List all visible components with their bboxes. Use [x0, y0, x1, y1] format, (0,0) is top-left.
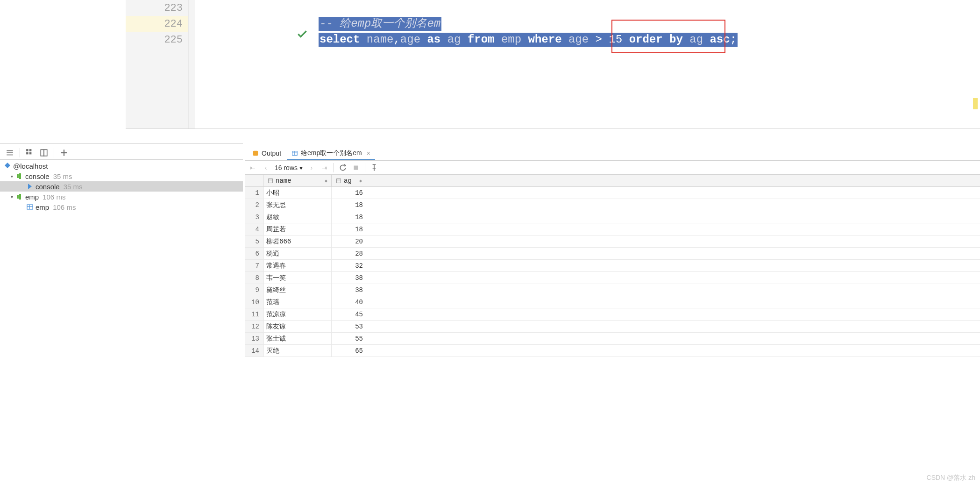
row-number: 5	[245, 235, 263, 247]
cell-name[interactable]: 赵敏	[263, 211, 332, 223]
cell-name[interactable]: 小昭	[263, 187, 332, 199]
table-row[interactable]: 9黛绮丝38	[245, 284, 980, 296]
table-row[interactable]: 1小昭16	[245, 187, 980, 199]
column-header-name[interactable]: name ◆	[263, 175, 332, 186]
rows-count[interactable]: 16 rows ▾	[275, 164, 303, 171]
tab-output[interactable]: Output	[248, 147, 286, 160]
next-page-icon[interactable]: ›	[307, 164, 316, 172]
cell-ag[interactable]: 40	[332, 296, 366, 308]
tree-node-console[interactable]: console 35 ms	[0, 181, 243, 192]
table-icon	[26, 203, 34, 211]
cell-ag[interactable]: 16	[332, 187, 366, 199]
table-row[interactable]: 10范瑶40	[245, 296, 980, 308]
code-line: select name,age as ag from emp where age…	[319, 32, 980, 48]
cell-ag[interactable]: 18	[332, 199, 366, 211]
tree-label: console	[36, 183, 60, 191]
tree-node-emp[interactable]: emp 106 ms	[0, 202, 243, 212]
row-number: 9	[245, 284, 263, 296]
pin-icon[interactable]	[370, 164, 378, 172]
sort-icon[interactable]: ◆	[325, 178, 327, 184]
cell-ag[interactable]: 38	[332, 272, 366, 284]
layout-icon[interactable]	[26, 149, 34, 157]
last-page-icon[interactable]: ⇥	[320, 164, 329, 172]
column-icon	[267, 178, 274, 184]
table-row[interactable]: 7常遇春32	[245, 260, 980, 272]
table-row[interactable]: 11范凉凉45	[245, 308, 980, 321]
prev-page-icon[interactable]: ‹	[262, 164, 270, 172]
table-row[interactable]: 13张士诚55	[245, 333, 980, 345]
services-header	[0, 135, 243, 144]
stop-icon[interactable]	[352, 164, 360, 172]
result-grid[interactable]: name ◆ ag ◆ 1小昭162张无忌183赵敏184周芷若185柳岩666…	[245, 175, 980, 357]
column-icon	[335, 178, 342, 184]
chevron-down-icon[interactable]: ▾	[9, 174, 14, 178]
row-number: 2	[245, 199, 263, 211]
filter-icon[interactable]	[40, 149, 48, 157]
gutter: 223 224 225	[126, 0, 189, 128]
cell-name[interactable]: 周芷若	[263, 223, 332, 235]
cell-name[interactable]: 韦一笑	[263, 272, 332, 284]
separator	[334, 163, 334, 172]
marker-stripe	[973, 98, 978, 109]
tree-label: console	[25, 172, 50, 180]
code-line: -- 给emp取一个别名em	[319, 16, 980, 32]
table-row[interactable]: 8韦一笑38	[245, 272, 980, 284]
cell-ag[interactable]: 18	[332, 223, 366, 235]
tree-node-console-group[interactable]: ▾ console 35 ms	[0, 171, 243, 181]
row-number: 10	[245, 296, 263, 308]
code-line	[319, 0, 980, 16]
svg-rect-3	[26, 149, 28, 151]
result-tabs: Output 给emp取一个别名em ×	[245, 146, 980, 161]
cell-ag[interactable]: 38	[332, 284, 366, 296]
svg-rect-22	[354, 165, 358, 170]
add-icon[interactable]	[60, 149, 68, 157]
cell-ag[interactable]: 32	[332, 260, 366, 271]
cell-ag[interactable]: 28	[332, 248, 366, 259]
tab-query-result[interactable]: 给emp取一个别名em ×	[287, 147, 375, 160]
result-toolbar: ⇤ ‹ 16 rows ▾ › ⇥	[245, 161, 980, 175]
cell-name[interactable]: 范凉凉	[263, 308, 332, 320]
chevron-down-icon[interactable]: ▾	[9, 194, 14, 199]
tree-node-emp-group[interactable]: ▾ emp 106 ms	[0, 192, 243, 202]
table-row[interactable]: 6杨逍28	[245, 248, 980, 260]
table-row[interactable]: 4周芷若18	[245, 223, 980, 235]
table-icon	[291, 150, 298, 157]
cell-ag[interactable]: 53	[332, 321, 366, 332]
cell-name[interactable]: 张无忌	[263, 199, 332, 211]
sort-icon[interactable]: ◆	[359, 178, 362, 184]
row-number: 12	[245, 321, 263, 332]
table-row[interactable]: 12陈友谅53	[245, 321, 980, 333]
cell-name[interactable]: 柳岩666	[263, 235, 332, 247]
cell-name[interactable]: 常遇春	[263, 260, 332, 271]
close-icon[interactable]: ×	[367, 150, 370, 157]
cell-name[interactable]: 黛绮丝	[263, 284, 332, 296]
cell-ag[interactable]: 20	[332, 235, 366, 247]
gutter-icons	[189, 0, 195, 128]
reload-icon[interactable]	[339, 164, 347, 172]
row-number: 13	[245, 333, 263, 344]
cell-ag[interactable]: 45	[332, 308, 366, 320]
table-row[interactable]: 14灭绝65	[245, 345, 980, 357]
svg-rect-8	[44, 150, 47, 156]
expand-all-icon[interactable]	[6, 149, 14, 157]
cell-name[interactable]: 范瑶	[263, 296, 332, 308]
tree-node-datasource[interactable]: @localhost	[0, 161, 243, 171]
svg-rect-12	[19, 173, 21, 179]
table-row[interactable]: 5柳岩66620	[245, 235, 980, 248]
row-number: 14	[245, 345, 263, 357]
cell-name[interactable]: 灭绝	[263, 345, 332, 357]
cell-ag[interactable]: 65	[332, 345, 366, 357]
cell-ag[interactable]: 18	[332, 211, 366, 223]
cell-name[interactable]: 陈友谅	[263, 321, 332, 332]
tab-label: Output	[262, 150, 281, 157]
cell-name[interactable]: 张士诚	[263, 333, 332, 344]
cell-name[interactable]: 杨逍	[263, 248, 332, 259]
code-editor[interactable]: 223 224 225 -- 给emp取一个别名em select name,a…	[126, 0, 980, 129]
code-area[interactable]: -- 给emp取一个别名em select name,age as ag fro…	[319, 0, 980, 128]
services-tree[interactable]: @localhost ▾ console 35 ms console 35 ms…	[0, 161, 243, 485]
first-page-icon[interactable]: ⇤	[249, 164, 257, 172]
table-row[interactable]: 3赵敏18	[245, 211, 980, 223]
table-row[interactable]: 2张无忌18	[245, 199, 980, 211]
column-header-ag[interactable]: ag ◆	[332, 175, 366, 186]
cell-ag[interactable]: 55	[332, 333, 366, 344]
